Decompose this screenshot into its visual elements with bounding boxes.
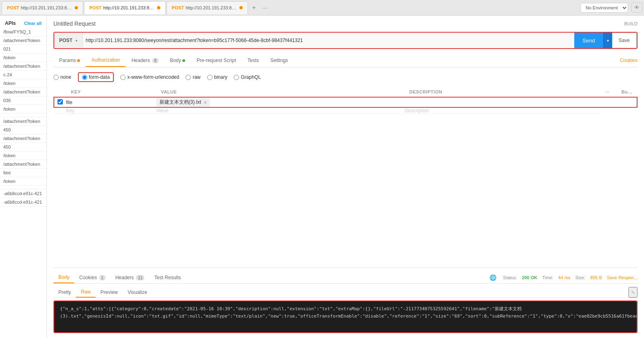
- sidebar-item-10[interactable]: [0, 113, 46, 117]
- sidebar-item-3[interactable]: /token: [0, 53, 46, 62]
- col-header-description: DESCRIPTION: [405, 87, 600, 97]
- url-bar: POST ▾ Send ▾ Save: [53, 32, 637, 49]
- tab-1-dot: [75, 6, 78, 9]
- body-option-raw[interactable]: raw: [186, 74, 200, 80]
- tab-3[interactable]: POST http://10.201.191.233:8080/see...: [166, 1, 248, 14]
- body-options: none form-data x-www-form-urlencoded raw…: [53, 72, 637, 82]
- sidebar: APIs Clear all /flow/FYSQ_1 /attachment?…: [0, 16, 47, 338]
- col-header-key: KEY: [66, 87, 156, 97]
- save-button[interactable]: Save: [612, 33, 637, 48]
- build-button[interactable]: BUILD: [624, 21, 637, 26]
- body-option-urlencoded[interactable]: x-www-form-urlencoded: [120, 74, 179, 80]
- kv-row-0-checkbox[interactable]: [54, 97, 66, 107]
- tab-authorization[interactable]: Authorization: [86, 54, 126, 67]
- tab-1[interactable]: POST http://10.201.191.233:8080/see...: [2, 1, 83, 14]
- request-tabs: Params Authorization Headers 9 Body Pre-…: [53, 54, 637, 67]
- size-value: 855 B: [590, 275, 602, 280]
- send-dropdown-button[interactable]: ▾: [603, 33, 612, 48]
- response-expand-button[interactable]: ⤡: [629, 287, 637, 298]
- sidebar-item-0[interactable]: /flow/FYSQ_1: [0, 28, 46, 36]
- status-value: 200 OK: [522, 275, 538, 280]
- size-label: Size:: [575, 275, 585, 280]
- tab-bar-right: No Environment 👁: [580, 2, 642, 13]
- sidebar-item-15[interactable]: /token: [0, 151, 46, 160]
- kv-row-0-remove-button[interactable]: ×: [204, 99, 207, 106]
- sidebar-item-5[interactable]: c-24: [0, 71, 46, 79]
- kv-row-0-value-tag: 新建文本文档(3).txt ×: [156, 98, 210, 107]
- sidebar-item-11[interactable]: /attachment?token: [0, 117, 46, 126]
- request-title-row: Untitled Request BUILD: [53, 20, 637, 27]
- body-option-graphql[interactable]: GraphQL: [234, 74, 261, 80]
- tab-3-method: POST: [172, 5, 184, 10]
- sidebar-item-6[interactable]: /token: [0, 79, 46, 88]
- tab-1-method: POST: [7, 5, 19, 10]
- sidebar-item-8[interactable]: 036: [0, 96, 46, 105]
- sidebar-item-19[interactable]: [0, 186, 46, 189]
- sidebar-item-18[interactable]: /token: [0, 177, 46, 186]
- sidebar-item-12[interactable]: 450: [0, 126, 46, 134]
- tab-bar: POST http://10.201.191.233:8080/see... P…: [0, 0, 644, 16]
- kv-empty-value[interactable]: Value: [156, 107, 405, 114]
- resp-fmt-raw[interactable]: Raw: [76, 287, 95, 298]
- main-area: APIs Clear all /flow/FYSQ_1 /attachment?…: [0, 16, 644, 338]
- resp-tab-body[interactable]: Body: [53, 272, 74, 283]
- resp-fmt-visualize[interactable]: Visualize: [123, 287, 152, 297]
- kv-row-0-key[interactable]: file: [66, 97, 156, 107]
- send-button[interactable]: Send: [574, 33, 603, 48]
- sidebar-header: APIs Clear all: [0, 19, 46, 28]
- kv-table: KEY VALUE DESCRIPTION ··· Bu... file: [53, 87, 637, 114]
- resp-fmt-preview[interactable]: Preview: [95, 287, 123, 297]
- resp-cookies-badge: 1: [99, 275, 106, 280]
- url-input[interactable]: [81, 33, 574, 48]
- response-body: {"n_a_s":1,"atts":[{"category":0,"create…: [53, 300, 637, 333]
- sidebar-item-21[interactable]: -a6b8ccd-e91c-421: [0, 198, 46, 207]
- kv-empty-key[interactable]: Key: [66, 107, 156, 114]
- tab-params[interactable]: Params: [53, 54, 86, 67]
- tab-headers[interactable]: Headers 9: [126, 54, 164, 67]
- sidebar-item-9[interactable]: /token: [0, 105, 46, 113]
- col-header-value: VALUE: [156, 87, 405, 97]
- cookies-link[interactable]: Cookies: [620, 58, 637, 63]
- more-tabs-button[interactable]: ···: [259, 3, 270, 13]
- send-btn-group: Send ▾ Save: [574, 33, 637, 48]
- sidebar-item-17[interactable]: 6ee: [0, 169, 46, 177]
- sidebar-item-16[interactable]: /attachment?token: [0, 160, 46, 169]
- kv-empty-row: Key Value Description: [54, 107, 637, 114]
- tab-2[interactable]: POST http://10.201.191.233:8080/see...: [84, 1, 166, 14]
- body-option-none[interactable]: none: [53, 74, 71, 80]
- time-label: Time:: [542, 275, 553, 280]
- body-option-form-data[interactable]: form-data: [78, 72, 114, 82]
- resp-tab-cookies[interactable]: Cookies 1: [74, 272, 110, 283]
- sidebar-item-13[interactable]: /attachment?token: [0, 134, 46, 143]
- sidebar-clear-button[interactable]: Clear all: [24, 21, 42, 26]
- col-header-actions: ···: [600, 87, 617, 97]
- sidebar-item-1[interactable]: /attachment?token: [0, 36, 46, 45]
- tab-tests[interactable]: Tests: [242, 54, 265, 67]
- col-header-check: [54, 87, 66, 97]
- add-tab-button[interactable]: +: [249, 2, 259, 13]
- tab-2-url: http://10.201.191.233:8080/see...: [103, 5, 155, 10]
- sidebar-item-20[interactable]: -a6b8ccd-e91c-421: [0, 189, 46, 198]
- kv-row-0-value[interactable]: 新建文本文档(3).txt ×: [156, 97, 405, 107]
- sidebar-item-2[interactable]: 021: [0, 45, 46, 53]
- tab-pre-request[interactable]: Pre-request Script: [191, 54, 242, 67]
- tab-body[interactable]: Body: [164, 54, 191, 67]
- kv-row-0: file 新建文本文档(3).txt ×: [54, 97, 637, 107]
- tab-3-dot: [239, 6, 243, 9]
- environment-select[interactable]: No Environment: [580, 3, 628, 13]
- method-select[interactable]: POST: [54, 33, 83, 48]
- tab-settings[interactable]: Settings: [265, 54, 294, 67]
- request-panel: Untitled Request BUILD POST ▾ Send ▾ Sav…: [47, 16, 644, 338]
- sidebar-item-14[interactable]: 450: [0, 143, 46, 151]
- body-option-binary[interactable]: binary: [207, 74, 228, 80]
- tab-1-url: http://10.201.191.233:8080/see...: [21, 5, 72, 10]
- resp-tab-headers[interactable]: Headers 11: [111, 272, 150, 283]
- resp-fmt-pretty[interactable]: Pretty: [53, 287, 76, 297]
- sidebar-item-4[interactable]: /attachment?token: [0, 62, 46, 71]
- request-title: Untitled Request: [53, 20, 96, 27]
- sidebar-item-7[interactable]: /attachment?token: [0, 88, 46, 96]
- headers-badge: 9: [152, 58, 159, 63]
- environment-eye-button[interactable]: 👁: [631, 2, 642, 13]
- save-response-button[interactable]: Save Respon...: [607, 275, 637, 280]
- resp-tab-test-results[interactable]: Test Results: [149, 272, 186, 283]
